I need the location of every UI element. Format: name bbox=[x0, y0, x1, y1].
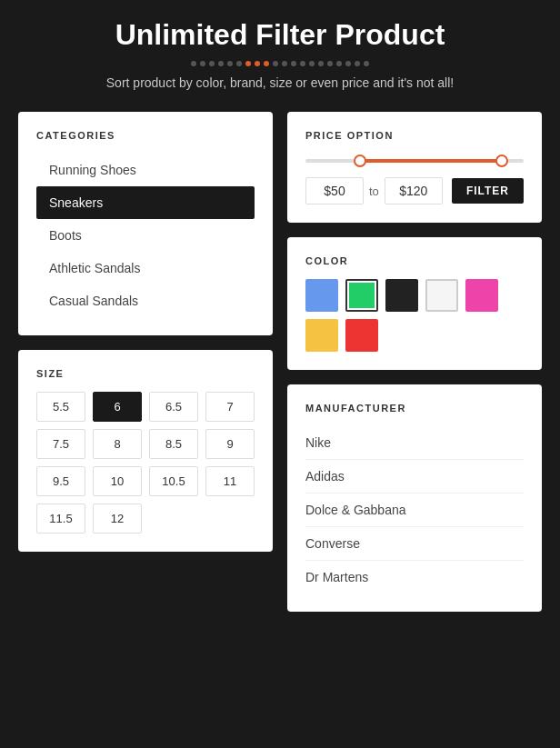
color-swatch-blue[interactable] bbox=[305, 279, 338, 312]
size-button[interactable]: 9.5 bbox=[36, 466, 85, 496]
price-panel: PRICE OPTION to FILTER bbox=[287, 112, 542, 223]
dot bbox=[364, 61, 369, 66]
dot bbox=[236, 61, 242, 66]
dot bbox=[218, 61, 224, 66]
dot bbox=[245, 61, 251, 66]
size-button[interactable]: 5.5 bbox=[36, 392, 85, 422]
price-to-label: to bbox=[369, 185, 379, 198]
slider-fill bbox=[360, 159, 502, 163]
size-button[interactable]: 11.5 bbox=[36, 504, 85, 534]
filter-button[interactable]: FILTER bbox=[452, 178, 524, 204]
color-swatch-pink[interactable] bbox=[465, 279, 498, 312]
dot bbox=[309, 61, 315, 66]
size-button[interactable]: 6.5 bbox=[149, 392, 198, 422]
manufacturer-panel: MANUFACTURER NikeAdidasDolce & GabbanaCo… bbox=[287, 384, 542, 612]
color-swatch-black[interactable] bbox=[385, 279, 418, 312]
page-subtitle: Sort product by color, brand, size or ev… bbox=[18, 75, 542, 90]
size-grid: 5.566.577.588.599.51010.51111.512 bbox=[36, 392, 255, 534]
size-button[interactable]: 10 bbox=[93, 466, 142, 496]
manufacturer-item[interactable]: Nike bbox=[305, 426, 524, 460]
size-button[interactable]: 7.5 bbox=[36, 429, 85, 459]
color-swatches bbox=[305, 279, 524, 352]
slider-thumb-left[interactable] bbox=[354, 155, 366, 167]
main-grid: CATEGORIES Running ShoesSneakersBootsAth… bbox=[18, 112, 542, 612]
right-column: PRICE OPTION to FILTER COLOR bbox=[287, 112, 542, 612]
dot bbox=[255, 61, 260, 66]
category-item[interactable]: Athletic Sandals bbox=[36, 252, 255, 284]
category-list: Running ShoesSneakersBootsAthletic Sanda… bbox=[36, 154, 255, 317]
page-header: Unlimited Filter Product Sort product by… bbox=[18, 18, 542, 90]
dot bbox=[318, 61, 324, 66]
color-swatch-yellow[interactable] bbox=[305, 319, 338, 352]
size-panel: SIZE 5.566.577.588.599.51010.51111.512 bbox=[18, 350, 273, 552]
categories-title: CATEGORIES bbox=[36, 130, 255, 141]
page-title: Unlimited Filter Product bbox=[18, 18, 542, 52]
manufacturer-item[interactable]: Converse bbox=[305, 527, 524, 561]
price-title: PRICE OPTION bbox=[305, 130, 524, 141]
color-title: COLOR bbox=[305, 255, 524, 266]
price-min-input[interactable] bbox=[305, 177, 364, 204]
dot bbox=[345, 61, 351, 66]
size-button[interactable]: 9 bbox=[205, 429, 255, 459]
slider-track bbox=[305, 159, 524, 163]
size-title: SIZE bbox=[36, 368, 255, 379]
manufacturer-list: NikeAdidasDolce & GabbanaConverseDr Mart… bbox=[305, 426, 524, 593]
categories-panel: CATEGORIES Running ShoesSneakersBootsAth… bbox=[18, 112, 273, 335]
size-button[interactable]: 8 bbox=[93, 429, 142, 459]
manufacturer-item[interactable]: Adidas bbox=[305, 460, 524, 494]
dot bbox=[291, 61, 296, 66]
color-swatch-green[interactable] bbox=[345, 279, 378, 312]
dot bbox=[273, 61, 278, 66]
dot bbox=[209, 61, 215, 66]
dot bbox=[191, 61, 196, 66]
color-panel: COLOR bbox=[287, 237, 542, 370]
size-button[interactable]: 7 bbox=[205, 392, 255, 422]
dot bbox=[227, 61, 233, 66]
decorative-dots bbox=[18, 61, 542, 66]
size-button[interactable]: 11 bbox=[205, 466, 255, 496]
left-column: CATEGORIES Running ShoesSneakersBootsAth… bbox=[18, 112, 273, 612]
manufacturer-title: MANUFACTURER bbox=[305, 403, 524, 414]
size-button[interactable]: 10.5 bbox=[149, 466, 198, 496]
dot bbox=[336, 61, 342, 66]
dot bbox=[200, 61, 205, 66]
price-max-input[interactable] bbox=[385, 177, 443, 204]
dot bbox=[300, 61, 305, 66]
dot bbox=[327, 61, 333, 66]
size-button[interactable]: 12 bbox=[93, 504, 142, 534]
category-item[interactable]: Sneakers bbox=[36, 186, 255, 219]
category-item[interactable]: Casual Sandals bbox=[36, 284, 255, 317]
dot bbox=[264, 61, 269, 66]
manufacturer-item[interactable]: Dolce & Gabbana bbox=[305, 494, 524, 527]
price-slider-container bbox=[305, 159, 524, 163]
slider-thumb-right[interactable] bbox=[495, 155, 508, 167]
category-item[interactable]: Running Shoes bbox=[36, 154, 255, 186]
dot bbox=[355, 61, 360, 66]
dot bbox=[282, 61, 287, 66]
color-swatch-white[interactable] bbox=[425, 279, 458, 312]
category-item[interactable]: Boots bbox=[36, 219, 255, 252]
color-swatch-red[interactable] bbox=[345, 319, 378, 352]
size-button[interactable]: 6 bbox=[93, 392, 142, 422]
size-button[interactable]: 8.5 bbox=[149, 429, 198, 459]
manufacturer-item[interactable]: Dr Martens bbox=[305, 561, 524, 593]
price-inputs-row: to FILTER bbox=[305, 177, 524, 204]
